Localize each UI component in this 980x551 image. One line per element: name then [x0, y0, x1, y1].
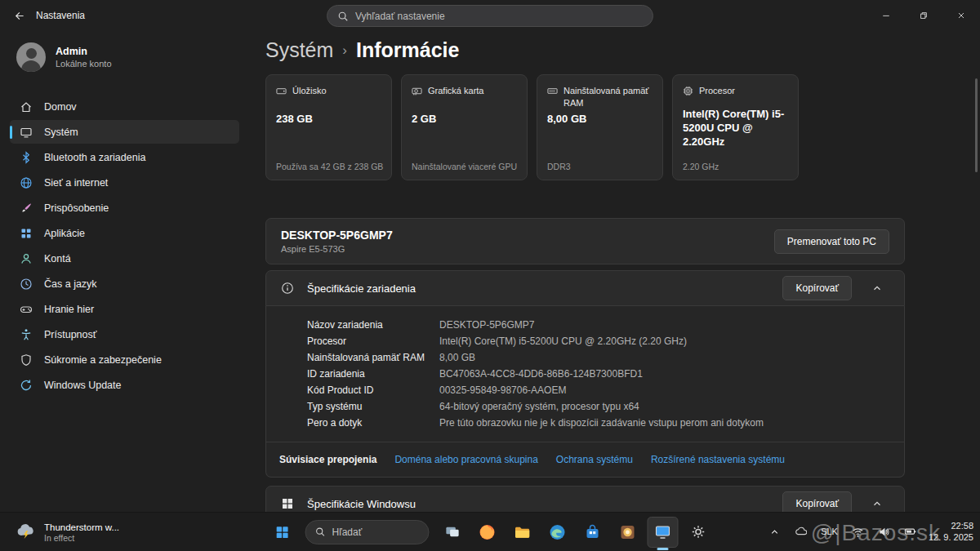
spec-label: Nainštalovaná pamäť RAM	[307, 349, 439, 366]
system-icon	[20, 126, 33, 139]
firefox-icon	[479, 523, 497, 541]
device-specs-body: Názov zariadenia DESKTOP-5P6GMP7 Proceso…	[265, 306, 905, 478]
sidebar-item-accessibility[interactable]: Prístupnosť	[10, 322, 239, 346]
edge-button[interactable]	[542, 517, 573, 548]
minimize-button[interactable]	[867, 0, 905, 31]
accessibility-icon	[20, 328, 33, 341]
close-button[interactable]	[942, 0, 980, 31]
sidebar-item-label: Systém	[44, 127, 78, 138]
store-button[interactable]	[577, 517, 608, 548]
windows-start-icon	[274, 524, 291, 540]
spec-label: Typ systému	[307, 398, 439, 415]
restore-button[interactable]	[905, 0, 942, 31]
sidebar-item-gaming[interactable]: Hranie hier	[10, 297, 239, 321]
volume-tray-button[interactable]	[875, 523, 893, 540]
windows-specs-header[interactable]: Špecifikácie Windowsu Kopírovať	[265, 486, 905, 512]
photos-button[interactable]	[612, 517, 644, 548]
breadcrumb-system[interactable]: Systém	[265, 38, 333, 62]
accounts-icon	[20, 252, 33, 265]
ram-card[interactable]: Nainštalovaná pamäť RAM 8,00 GB DDR3	[537, 74, 663, 180]
collapse-windows-specs-button[interactable]	[865, 493, 889, 512]
taskbar-search-box[interactable]	[305, 520, 430, 544]
window-controls	[867, 0, 980, 31]
sidebar-item-accounts[interactable]: Kontá	[10, 247, 239, 270]
settings-window-button[interactable]	[648, 517, 679, 548]
firefox-button[interactable]	[472, 517, 503, 548]
taskbar-search-input[interactable]	[332, 527, 420, 538]
task-view-button[interactable]	[437, 517, 468, 548]
sidebar-item-personalization[interactable]: Prispôsobenie	[10, 196, 239, 220]
storage-card[interactable]: Úložisko 238 GB Používa sa 42 GB z 238 G…	[265, 74, 392, 180]
sidebar-item-privacy[interactable]: Súkromie a zabezpečenie	[10, 348, 239, 371]
link-advanced-system-settings[interactable]: Rozšírené nastavenia systému	[651, 454, 785, 465]
widgets-weather-button[interactable]: Thunderstorm w... In effect	[7, 518, 127, 546]
cloud-icon	[794, 526, 807, 539]
onedrive-tray-button[interactable]	[791, 523, 809, 541]
settings-search-input[interactable]	[355, 11, 643, 22]
storage-icon	[276, 85, 287, 97]
sidebar-item-label: Čas a jazyk	[44, 278, 97, 290]
sidebar-item-apps[interactable]: Aplikácie	[10, 221, 239, 245]
sidebar-nav: Domov Systém Bluetooth a zariadenia Sieť…	[0, 95, 249, 397]
back-arrow-icon	[12, 10, 24, 22]
spec-value: 8,00 GB	[439, 349, 475, 366]
device-specs-header[interactable]: Špecifikácie zariadenia Kopírovať	[265, 270, 905, 306]
settings-button[interactable]	[683, 517, 714, 548]
spec-value: 00325-95849-98706-AAOEM	[439, 382, 566, 398]
collapse-device-specs-button[interactable]	[865, 278, 889, 299]
task-view-icon	[443, 523, 461, 540]
copy-windows-specs-button[interactable]: Kopírovať	[782, 491, 852, 512]
tray-overflow-button[interactable]	[767, 524, 782, 540]
widget-title: Thunderstorm w...	[44, 522, 119, 531]
main-content: Systém › Informácie Úložisko 238 GB Použ…	[265, 31, 905, 512]
summary-cards: Úložisko 238 GB Používa sa 42 GB z 238 G…	[265, 74, 905, 180]
sidebar: Admin Lokálne konto Domov Systém Bluetoo…	[0, 31, 249, 512]
sidebar-item-label: Kontá	[44, 253, 71, 264]
device-model: Aspire E5-573G	[281, 244, 393, 254]
gear-icon	[689, 523, 706, 540]
user-account-type: Lokálne konto	[56, 59, 112, 69]
link-system-protection[interactable]: Ochrana systému	[556, 454, 633, 465]
sidebar-item-system[interactable]: Systém	[10, 120, 239, 144]
link-domain-workgroup[interactable]: Doména alebo pracovná skupina	[394, 454, 537, 465]
rename-pc-button[interactable]: Premenovať toto PC	[774, 229, 889, 254]
settings-search-box[interactable]	[327, 5, 653, 27]
clock[interactable]: 22:58 12. 9. 2025	[929, 520, 973, 544]
spec-value: 64-bitový operačný systém, procesor typu…	[439, 398, 639, 415]
sidebar-item-time-language[interactable]: Čas a jazyk	[10, 272, 239, 295]
info-icon	[281, 282, 294, 295]
sidebar-item-bluetooth[interactable]: Bluetooth a zariadenia	[10, 145, 239, 169]
sidebar-item-label: Sieť a internet	[44, 177, 108, 189]
sidebar-item-domov[interactable]: Domov	[10, 95, 239, 118]
card-title: Procesor	[699, 85, 735, 97]
personalization-icon	[20, 202, 33, 215]
speaker-icon	[878, 526, 890, 538]
sidebar-item-network[interactable]: Sieť a internet	[10, 171, 239, 194]
battery-tray-button[interactable]	[902, 523, 920, 541]
scrollbar[interactable]	[975, 78, 978, 172]
back-button[interactable]	[0, 0, 36, 31]
card-title: Úložisko	[292, 85, 327, 97]
page-title: Informácie	[356, 38, 459, 62]
network-tray-button[interactable]	[849, 523, 866, 540]
titlebar: Nastavenia	[0, 0, 980, 31]
sidebar-item-label: Domov	[44, 101, 77, 113]
sidebar-item-label: Windows Update	[44, 380, 122, 391]
copy-device-specs-button[interactable]: Kopírovať	[782, 276, 852, 300]
start-button[interactable]	[267, 517, 298, 548]
system-tray: SLK 22:58 12. 9. 2025	[767, 520, 973, 544]
cpu-card[interactable]: Procesor Intel(R) Core(TM) i5-5200U CPU …	[672, 74, 799, 180]
spec-value: DESKTOP-5P6GMP7	[439, 317, 534, 333]
card-subtitle: Nainštalované viaceré GPU	[412, 162, 520, 171]
window-title: Nastavenia	[36, 10, 85, 21]
language-indicator[interactable]: SLK	[818, 525, 840, 540]
card-value: 2 GB	[412, 113, 519, 127]
file-explorer-button[interactable]	[507, 517, 538, 548]
tray-date: 12. 9. 2025	[929, 532, 973, 544]
search-icon	[315, 527, 326, 537]
spec-label: Procesor	[307, 333, 439, 349]
user-account[interactable]: Admin Lokálne konto	[0, 31, 249, 77]
home-icon	[20, 100, 33, 113]
sidebar-item-windows-update[interactable]: Windows Update	[10, 373, 239, 397]
gpu-card[interactable]: Grafická karta 2 GB Nainštalované viacer…	[401, 74, 528, 180]
